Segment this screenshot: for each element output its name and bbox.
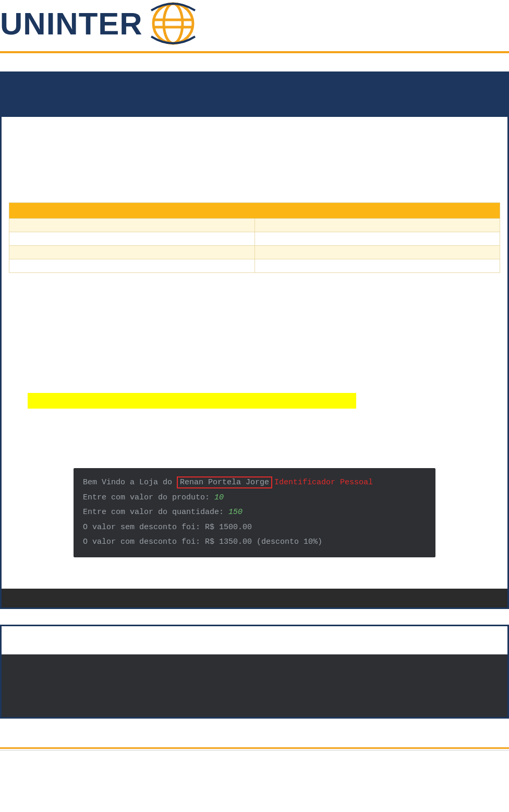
section-footer-bar xyxy=(2,589,507,607)
table-cell xyxy=(9,219,255,232)
prompt-label: Entre com valor do produto: xyxy=(83,493,214,502)
brand-name: UNINTER xyxy=(0,6,143,42)
terminal-line: O valor sem desconto foi: R$ 1500.00 xyxy=(83,520,426,535)
highlighted-text xyxy=(28,393,356,409)
identifier-label: Identificador Pessoal xyxy=(274,478,373,487)
svg-point-0 xyxy=(153,4,193,43)
table-cell xyxy=(9,232,255,246)
svg-point-1 xyxy=(164,4,183,43)
section-header xyxy=(0,71,509,117)
globe-icon xyxy=(147,0,199,47)
terminal-output: Bem Vindo a Loja do Renan Portela JorgeI… xyxy=(74,468,435,557)
table-cell xyxy=(254,246,500,259)
table-cell xyxy=(9,246,255,259)
terminal-line: Entre com valor do quantidade: 150 xyxy=(83,505,426,520)
table-cell xyxy=(254,259,500,273)
highlighted-name: Renan Portela Jorge xyxy=(177,476,272,488)
brand-header: UNINTER xyxy=(0,0,509,53)
info-table xyxy=(9,202,500,273)
secondary-box-content xyxy=(2,654,507,717)
prompt-label: Entre com valor do quantidade: xyxy=(83,508,228,517)
terminal-line: Bem Vindo a Loja do Renan Portela JorgeI… xyxy=(83,475,426,491)
terminal-line: O valor com desconto foi: R$ 1350.00 (de… xyxy=(83,535,426,550)
table-cell xyxy=(9,259,255,273)
user-input: 150 xyxy=(228,508,243,517)
secondary-box-header xyxy=(2,626,507,654)
table-cell xyxy=(254,232,500,246)
main-content-box: Bem Vindo a Loja do Renan Portela JorgeI… xyxy=(0,117,509,609)
terminal-line: Entre com valor do produto: 10 xyxy=(83,491,426,506)
user-input: 10 xyxy=(214,493,224,502)
table-header xyxy=(9,203,500,219)
terminal-text: Bem Vindo a Loja do xyxy=(83,478,177,487)
table-cell xyxy=(254,219,500,232)
page-footer-rule xyxy=(0,747,509,750)
secondary-box xyxy=(0,625,509,719)
